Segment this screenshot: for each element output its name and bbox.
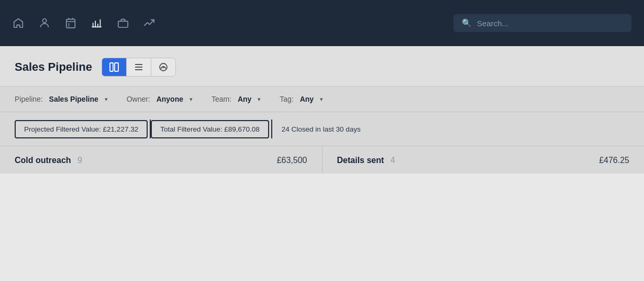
svg-rect-1 <box>66 19 75 28</box>
tag-chevron-icon: ▾ <box>320 96 323 103</box>
owner-filter-label: Owner: <box>127 95 150 103</box>
pipeline-filter-label: Pipeline: <box>15 95 43 103</box>
col-title-group-2: Details sent 4 <box>337 156 395 165</box>
total-value-label: Total Filtered Value: <box>160 125 222 133</box>
pipeline-columns: Cold outreach 9 £63,500 Details sent 4 £… <box>0 146 644 174</box>
svg-point-19 <box>163 67 164 68</box>
nav-icon-group <box>13 17 155 29</box>
col-count: 9 <box>77 156 82 165</box>
page-title: Sales Pipeline <box>15 60 92 74</box>
board-view-button[interactable] <box>102 58 127 76</box>
projected-value-label: Projected Filtered Value: <box>24 125 101 133</box>
trend-icon[interactable] <box>143 17 155 29</box>
col-value-2: £476.25 <box>599 156 629 165</box>
person-icon[interactable] <box>39 17 50 29</box>
col-count-2: 4 <box>391 156 395 165</box>
tag-filter-label: Tag: <box>280 95 293 103</box>
col-title: Cold outreach <box>15 156 71 165</box>
chart-icon[interactable] <box>91 17 103 29</box>
team-filter[interactable]: Team: Any ▾ <box>212 95 261 103</box>
pipeline-filter[interactable]: Pipeline: Sales Pipeline ▾ <box>15 95 108 103</box>
pipeline-column-cold-outreach: Cold outreach 9 £63,500 <box>0 146 323 174</box>
pipeline-chevron-icon: ▾ <box>105 96 108 103</box>
svg-rect-12 <box>118 21 128 27</box>
team-filter-value: Any <box>238 95 251 103</box>
content-area: Sales Pipeline Pipeline: Sales Pipeline … <box>0 46 644 174</box>
search-bar[interactable]: 🔍 <box>453 14 631 32</box>
closed-stat: 24 Closed in last 30 days <box>272 125 361 133</box>
stats-bar: Projected Filtered Value: £21,227.32 Tot… <box>0 112 644 146</box>
top-navigation: 🔍 <box>0 0 644 46</box>
total-value-box: Total Filtered Value: £89,670.08 <box>151 120 269 138</box>
tag-filter[interactable]: Tag: Any ▾ <box>280 95 323 103</box>
projected-value-amount: £21,227.32 <box>103 125 139 133</box>
owner-filter[interactable]: Owner: Anyone ▾ <box>127 95 193 103</box>
calendar-icon[interactable] <box>65 17 76 29</box>
view-toggle <box>102 58 176 77</box>
svg-rect-14 <box>115 63 118 71</box>
col-title-2: Details sent <box>337 156 384 165</box>
total-value-amount: £89,670.08 <box>224 125 260 133</box>
owner-filter-value: Anyone <box>157 95 183 103</box>
search-input[interactable] <box>477 19 623 28</box>
team-chevron-icon: ▾ <box>258 96 261 103</box>
owner-chevron-icon: ▾ <box>190 96 193 103</box>
gauge-view-button[interactable] <box>151 58 175 76</box>
svg-rect-13 <box>110 63 113 71</box>
home-icon[interactable] <box>13 17 24 29</box>
tag-filter-value: Any <box>300 95 314 103</box>
pipeline-column-details-sent: Details sent 4 £476.25 <box>323 146 645 174</box>
filter-bar: Pipeline: Sales Pipeline ▾ Owner: Anyone… <box>0 87 644 112</box>
search-icon: 🔍 <box>462 18 472 28</box>
pipeline-filter-value: Sales Pipeline <box>49 95 98 103</box>
page-header: Sales Pipeline <box>0 46 644 87</box>
col-title-group: Cold outreach 9 <box>15 156 82 165</box>
list-view-button[interactable] <box>127 58 151 76</box>
svg-point-0 <box>42 19 46 23</box>
projected-value-box: Projected Filtered Value: £21,227.32 <box>15 120 148 138</box>
col-value: £63,500 <box>277 156 307 165</box>
team-filter-label: Team: <box>212 95 231 103</box>
briefcase-icon[interactable] <box>117 17 129 29</box>
